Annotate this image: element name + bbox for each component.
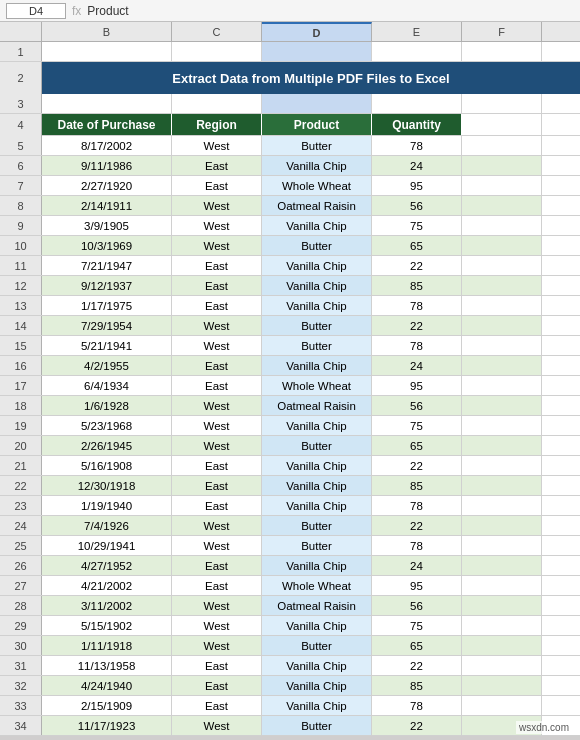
cell-region[interactable]: East: [172, 356, 262, 375]
cell-quantity[interactable]: 22: [372, 316, 462, 335]
cell-d3[interactable]: [262, 94, 372, 113]
cell-product[interactable]: Whole Wheat: [262, 176, 372, 195]
cell-region[interactable]: East: [172, 676, 262, 695]
cell-quantity[interactable]: 22: [372, 256, 462, 275]
cell-date[interactable]: 7/4/1926: [42, 516, 172, 535]
cell-quantity[interactable]: 24: [372, 356, 462, 375]
cell-quantity[interactable]: 65: [372, 436, 462, 455]
cell-f-extra[interactable]: [462, 556, 542, 575]
cell-date[interactable]: 4/2/1955: [42, 356, 172, 375]
cell-f-extra[interactable]: [462, 336, 542, 355]
cell-e3[interactable]: [372, 94, 462, 113]
cell-region[interactable]: East: [172, 296, 262, 315]
cell-f-extra[interactable]: [462, 156, 542, 175]
cell-quantity[interactable]: 65: [372, 236, 462, 255]
cell-f-extra[interactable]: [462, 676, 542, 695]
cell-date[interactable]: 1/19/1940: [42, 496, 172, 515]
cell-f-extra[interactable]: [462, 176, 542, 195]
cell-quantity[interactable]: 22: [372, 656, 462, 675]
cell-date[interactable]: 1/11/1918: [42, 636, 172, 655]
cell-region[interactable]: East: [172, 256, 262, 275]
cell-product[interactable]: Whole Wheat: [262, 376, 372, 395]
cell-quantity[interactable]: 78: [372, 696, 462, 715]
cell-date[interactable]: 5/16/1908: [42, 456, 172, 475]
cell-f1[interactable]: [462, 42, 542, 61]
cell-product[interactable]: Vanilla Chip: [262, 456, 372, 475]
cell-f-extra[interactable]: [462, 516, 542, 535]
cell-b1[interactable]: [42, 42, 172, 61]
cell-quantity[interactable]: 56: [372, 596, 462, 615]
cell-date[interactable]: 4/21/2002: [42, 576, 172, 595]
cell-product[interactable]: Vanilla Chip: [262, 676, 372, 695]
cell-product[interactable]: Butter: [262, 336, 372, 355]
cell-region[interactable]: West: [172, 396, 262, 415]
cell-region[interactable]: West: [172, 636, 262, 655]
cell-f-extra[interactable]: [462, 296, 542, 315]
cell-date[interactable]: 9/11/1986: [42, 156, 172, 175]
cell-region[interactable]: West: [172, 136, 262, 155]
cell-f-extra[interactable]: [462, 396, 542, 415]
cell-f-extra[interactable]: [462, 596, 542, 615]
cell-quantity[interactable]: 24: [372, 156, 462, 175]
cell-f-extra[interactable]: [462, 256, 542, 275]
cell-region[interactable]: West: [172, 216, 262, 235]
cell-quantity[interactable]: 65: [372, 636, 462, 655]
cell-product[interactable]: Vanilla Chip: [262, 156, 372, 175]
cell-f-extra[interactable]: [462, 476, 542, 495]
cell-region[interactable]: East: [172, 376, 262, 395]
cell-f-extra[interactable]: [462, 636, 542, 655]
cell-quantity[interactable]: 75: [372, 416, 462, 435]
cell-region[interactable]: West: [172, 336, 262, 355]
cell-date[interactable]: 6/4/1934: [42, 376, 172, 395]
cell-product[interactable]: Vanilla Chip: [262, 276, 372, 295]
cell-f-extra[interactable]: [462, 496, 542, 515]
col-header-d[interactable]: D: [262, 22, 372, 41]
cell-product[interactable]: Butter: [262, 436, 372, 455]
cell-product[interactable]: Vanilla Chip: [262, 356, 372, 375]
cell-date[interactable]: 5/15/1902: [42, 616, 172, 635]
cell-product[interactable]: Vanilla Chip: [262, 216, 372, 235]
cell-f-extra[interactable]: [462, 136, 542, 155]
cell-region[interactable]: West: [172, 516, 262, 535]
cell-product[interactable]: Butter: [262, 536, 372, 555]
cell-region[interactable]: East: [172, 656, 262, 675]
cell-region[interactable]: West: [172, 196, 262, 215]
cell-quantity[interactable]: 75: [372, 216, 462, 235]
cell-f4[interactable]: [462, 114, 542, 135]
cell-date[interactable]: 7/29/1954: [42, 316, 172, 335]
cell-date[interactable]: 9/12/1937: [42, 276, 172, 295]
cell-region[interactable]: West: [172, 616, 262, 635]
cell-date[interactable]: 8/17/2002: [42, 136, 172, 155]
cell-region[interactable]: West: [172, 536, 262, 555]
cell-date[interactable]: 7/21/1947: [42, 256, 172, 275]
cell-date[interactable]: 11/13/1958: [42, 656, 172, 675]
cell-quantity[interactable]: 56: [372, 396, 462, 415]
cell-quantity[interactable]: 95: [372, 376, 462, 395]
cell-date[interactable]: 3/9/1905: [42, 216, 172, 235]
cell-region[interactable]: West: [172, 436, 262, 455]
cell-f-extra[interactable]: [462, 416, 542, 435]
cell-quantity[interactable]: 75: [372, 616, 462, 635]
cell-product[interactable]: Vanilla Chip: [262, 416, 372, 435]
cell-product[interactable]: Oatmeal Raisin: [262, 196, 372, 215]
cell-product[interactable]: Vanilla Chip: [262, 256, 372, 275]
cell-date[interactable]: 2/14/1911: [42, 196, 172, 215]
cell-quantity[interactable]: 95: [372, 576, 462, 595]
cell-product[interactable]: Oatmeal Raisin: [262, 596, 372, 615]
cell-quantity[interactable]: 78: [372, 336, 462, 355]
cell-product[interactable]: Vanilla Chip: [262, 476, 372, 495]
cell-quantity[interactable]: 85: [372, 676, 462, 695]
cell-product[interactable]: Vanilla Chip: [262, 616, 372, 635]
col-header-f[interactable]: F: [462, 22, 542, 41]
cell-date[interactable]: 1/6/1928: [42, 396, 172, 415]
cell-product[interactable]: Butter: [262, 236, 372, 255]
cell-date[interactable]: 2/15/1909: [42, 696, 172, 715]
cell-f-extra[interactable]: [462, 536, 542, 555]
cell-region[interactable]: East: [172, 456, 262, 475]
cell-date[interactable]: 5/23/1968: [42, 416, 172, 435]
cell-date[interactable]: 2/26/1945: [42, 436, 172, 455]
cell-region[interactable]: East: [172, 556, 262, 575]
cell-region[interactable]: East: [172, 276, 262, 295]
cell-product[interactable]: Whole Wheat: [262, 576, 372, 595]
cell-date[interactable]: 12/30/1918: [42, 476, 172, 495]
